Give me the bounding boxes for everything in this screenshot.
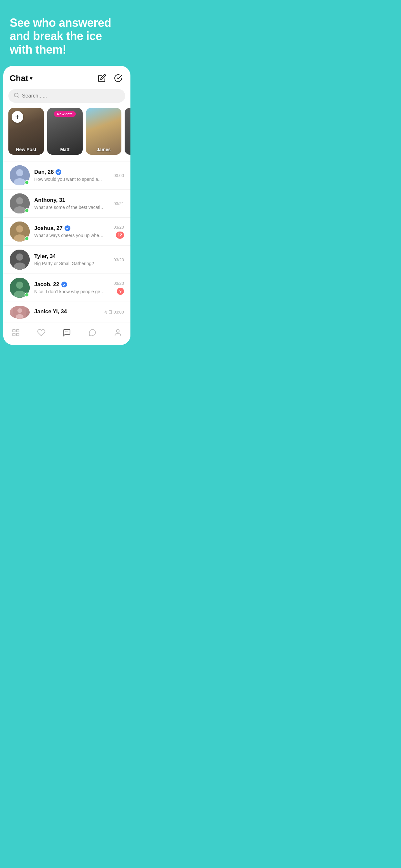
svg-rect-22 bbox=[13, 333, 16, 336]
chat-item-tyler[interactable]: Tyler, 34 Big Party or Small Gathering? … bbox=[3, 245, 130, 274]
chat-time-janice: 今日 03:00 bbox=[104, 309, 124, 315]
story-label-james: James bbox=[86, 147, 121, 152]
chat-info-tyler: Tyler, 34 Big Party or Small Gathering? bbox=[34, 253, 109, 266]
story-label-matt: Matt bbox=[47, 147, 83, 152]
chat-preview-tyler: Big Party or Small Gathering? bbox=[34, 261, 105, 266]
chat-info-janice: Janice Yi, 34 bbox=[34, 308, 99, 316]
chat-time-jacob: 03/20 bbox=[113, 281, 124, 286]
chat-name-jacob: Jacob, 22 bbox=[34, 281, 59, 288]
svg-point-0 bbox=[14, 93, 18, 97]
edit-button[interactable] bbox=[96, 72, 108, 84]
chat-name-row-dan: Dan, 28 bbox=[34, 169, 109, 175]
chat-title-chevron[interactable]: ▾ bbox=[30, 75, 32, 82]
search-input[interactable] bbox=[22, 93, 120, 99]
chat-name-row-joshua: Joshua, 27 bbox=[34, 225, 109, 231]
new-post-plus-button[interactable]: + bbox=[11, 111, 23, 123]
chat-name-row-jacob: Jacob, 22 bbox=[34, 281, 109, 288]
chat-preview-joshua: What always cheers you up when you... bbox=[34, 233, 105, 238]
chat-time-joshua: 03/20 bbox=[113, 225, 124, 229]
chat-meta-joshua: 03/20 12 bbox=[113, 225, 124, 239]
online-indicator-anthony bbox=[25, 208, 29, 213]
chat-time-tyler: 03/20 bbox=[113, 257, 124, 262]
chat-title-text: Chat bbox=[10, 73, 28, 83]
check-circle-button[interactable] bbox=[112, 72, 124, 84]
verified-badge-dan bbox=[56, 169, 61, 175]
svg-point-6 bbox=[16, 197, 23, 205]
chat-name-row-janice: Janice Yi, 34 bbox=[34, 308, 99, 315]
nav-item-likes[interactable] bbox=[32, 327, 51, 338]
svg-point-18 bbox=[18, 308, 22, 313]
nav-item-discover[interactable] bbox=[6, 327, 26, 338]
verified-badge-joshua bbox=[65, 225, 70, 231]
chat-name-dan: Dan, 28 bbox=[34, 169, 54, 175]
stories-row: + New Post New date Matt James Chri... bbox=[3, 108, 130, 161]
chat-time-dan: 03:00 bbox=[113, 173, 124, 178]
chat-preview-anthony: What are some of the best vacations... bbox=[34, 205, 105, 210]
svg-point-26 bbox=[67, 332, 68, 333]
avatar-wrap-anthony bbox=[10, 193, 30, 213]
svg-point-3 bbox=[16, 169, 23, 176]
chat-meta-tyler: 03/20 bbox=[113, 257, 124, 262]
avatar-tyler bbox=[10, 250, 30, 270]
chat-meta-jacob: 03/20 9 bbox=[113, 281, 124, 295]
heart-icon bbox=[37, 328, 46, 337]
nav-item-explore[interactable] bbox=[83, 327, 102, 338]
story-item-james[interactable]: James bbox=[86, 108, 121, 155]
card-header: Chat ▾ bbox=[3, 72, 130, 89]
chat-info-dan: Dan, 28 How would you want to spend a... bbox=[34, 169, 109, 182]
chat-item-janice[interactable]: Janice Yi, 34 今日 03:00 bbox=[3, 302, 130, 322]
person-icon bbox=[113, 328, 122, 337]
svg-rect-20 bbox=[13, 330, 16, 332]
chat-meta-dan: 03:00 bbox=[113, 173, 124, 178]
chat-item-jacob[interactable]: Jacob, 22 Nice. I don't know why people … bbox=[3, 274, 130, 302]
online-indicator-dan bbox=[25, 180, 29, 185]
discover-icon bbox=[11, 328, 20, 337]
svg-point-27 bbox=[116, 330, 119, 332]
avatar-wrap-tyler bbox=[10, 250, 30, 270]
chat-icon bbox=[62, 328, 71, 337]
avatar-wrap-joshua bbox=[10, 221, 30, 242]
chat-name-joshua: Joshua, 27 bbox=[34, 225, 63, 231]
search-icon bbox=[13, 92, 19, 99]
online-indicator-jacob bbox=[25, 292, 29, 297]
chat-item-joshua[interactable]: Joshua, 27 What always cheers you up whe… bbox=[3, 217, 130, 245]
chat-title-wrap: Chat ▾ bbox=[10, 73, 32, 83]
header-icons bbox=[96, 72, 124, 84]
svg-rect-21 bbox=[17, 330, 19, 332]
chat-name-row-anthony: Anthony, 31 bbox=[34, 197, 109, 204]
chat-name-tyler: Tyler, 34 bbox=[34, 253, 56, 259]
verified-badge-jacob bbox=[61, 282, 67, 287]
bottom-nav bbox=[3, 322, 130, 345]
chat-name-janice: Janice Yi, 34 bbox=[34, 308, 67, 315]
story-item-new-post[interactable]: + New Post bbox=[8, 108, 44, 155]
chat-info-jacob: Jacob, 22 Nice. I don't know why people … bbox=[34, 281, 109, 294]
chat-preview-dan: How would you want to spend a... bbox=[34, 177, 105, 182]
svg-point-24 bbox=[65, 332, 66, 333]
svg-point-15 bbox=[16, 282, 23, 289]
chat-info-anthony: Anthony, 31 What are some of the best va… bbox=[34, 197, 109, 210]
svg-point-9 bbox=[16, 225, 23, 232]
nav-item-profile[interactable] bbox=[108, 327, 127, 338]
chat-preview-jacob: Nice. I don't know why people get all wo… bbox=[34, 289, 105, 294]
avatar-janice bbox=[10, 306, 30, 319]
nav-item-chat[interactable] bbox=[57, 327, 76, 338]
chat-time-anthony: 03/21 bbox=[113, 201, 124, 206]
app-card: Chat ▾ bbox=[3, 66, 130, 345]
chat-info-joshua: Joshua, 27 What always cheers you up whe… bbox=[34, 225, 109, 238]
chat-meta-anthony: 03/21 bbox=[113, 201, 124, 206]
svg-point-12 bbox=[16, 253, 23, 260]
chat-list: Dan, 28 How would you want to spend a...… bbox=[3, 161, 130, 322]
unread-badge-jacob: 9 bbox=[117, 288, 124, 295]
avatar-wrap-dan bbox=[10, 165, 30, 185]
check-circle-icon bbox=[114, 74, 122, 82]
story-item-matt[interactable]: New date Matt bbox=[47, 108, 83, 155]
story-item-chris[interactable]: Chri... bbox=[125, 108, 130, 155]
chat-item-anthony[interactable]: Anthony, 31 What are some of the best va… bbox=[3, 189, 130, 217]
search-bar bbox=[8, 89, 125, 103]
chat-item-dan[interactable]: Dan, 28 How would you want to spend a...… bbox=[3, 161, 130, 189]
avatar-wrap-jacob bbox=[10, 278, 30, 298]
svg-point-25 bbox=[66, 332, 67, 333]
hero-section: See who answered and break the ice with … bbox=[0, 0, 134, 66]
edit-icon bbox=[98, 74, 106, 82]
new-date-badge: New date bbox=[54, 111, 76, 117]
